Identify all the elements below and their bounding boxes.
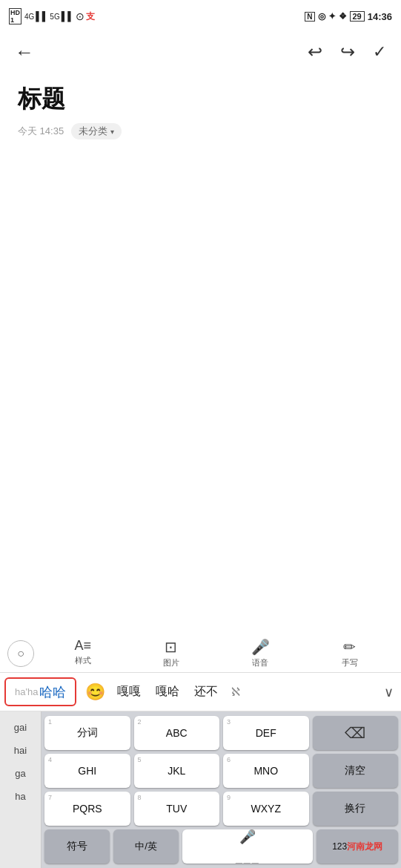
key-2-num: 2	[138, 718, 142, 726]
key-wxyz-label: WXYZ	[251, 803, 281, 815]
emoji-icon: 😊	[85, 683, 105, 702]
candidate-1[interactable]: 嘎嘎	[110, 684, 148, 700]
key-9-num: 9	[227, 794, 231, 801]
redo-button[interactable]: ↪	[340, 42, 355, 62]
nfc-icon: N	[305, 12, 314, 22]
key-wxyz[interactable]: 9 WXYZ	[223, 792, 309, 826]
note-title[interactable]: 标题	[18, 83, 383, 116]
category-label: 未分类	[79, 125, 107, 138]
pinyin-ga[interactable]: ga	[0, 762, 41, 785]
lang-label: 中/英	[135, 840, 157, 853]
key-lang-switch[interactable]: 中/英	[113, 829, 179, 864]
back-button[interactable]: ←	[15, 41, 34, 64]
keyboard-row-4: 符号 中/英 🎤 ___ 123河南龙网	[44, 829, 398, 864]
signal-5g: 5G	[50, 13, 59, 21]
key-8-num: 8	[138, 794, 142, 801]
nav-actions: ↩ ↪ ✓	[308, 42, 386, 62]
image-button[interactable]: ⊡ 图片	[157, 637, 185, 670]
highlighted-candidate[interactable]: ha'ha 哈哈	[4, 677, 76, 706]
bluetooth-icon: ✦	[328, 11, 336, 22]
style-label: 样式	[75, 655, 91, 666]
keys-area: 1 分词 2 ABC 3 DEF ⌫ 4 GHI	[42, 711, 401, 868]
key-3-num: 3	[227, 718, 231, 726]
ime-toolbar: A≡ 样式 ⊡ 图片 🎤 语音 ✏ 手写	[39, 637, 394, 670]
wifi-icon: ⊙	[76, 10, 84, 22]
key-abc[interactable]: 2 ABC	[134, 716, 220, 750]
note-meta: 今天 14:35 未分类 ▾	[18, 123, 383, 139]
keyboard-row-1: 1 分词 2 ABC 3 DEF ⌫	[44, 716, 398, 750]
emoji-button[interactable]: 😊	[81, 673, 110, 711]
key-def[interactable]: 3 DEF	[223, 716, 309, 750]
ime-toolbar-bar: ○ A≡ 样式 ⊡ 图片 🎤 语音 ✏ 手写	[0, 634, 401, 673]
undo-button[interactable]: ↩	[308, 42, 322, 62]
key-jkl[interactable]: 5 JKL	[134, 754, 220, 788]
key-7-num: 7	[48, 794, 52, 801]
num123-label: 123河南龙网	[332, 841, 382, 853]
confirm-button[interactable]: ✓	[373, 42, 386, 62]
key-space[interactable]: 🎤 ___	[182, 829, 313, 864]
vibrate-icon: ❖	[339, 11, 347, 22]
note-body[interactable]	[18, 139, 383, 496]
key-abc-label: ABC	[166, 727, 188, 739]
key-fenchi[interactable]: 1 分词	[44, 716, 130, 750]
key-pqrs-label: PQRS	[73, 803, 102, 815]
key-delete[interactable]: ⌫	[313, 716, 399, 750]
key-tuv[interactable]: 8 TUV	[134, 792, 220, 826]
key-jkl-label: JKL	[168, 765, 185, 777]
ime-suggestion-bar: ha'ha 哈哈 😊 嘎嘎 嘎哈 还不 ℵ ∨	[0, 673, 401, 711]
candidate-2[interactable]: 嘎哈	[148, 684, 187, 700]
key-def-label: DEF	[256, 727, 276, 739]
status-left: HD1 4G ▌▌ 5G ▌▌ ⊙ 支	[9, 8, 95, 24]
key-ghi-label: GHI	[78, 765, 96, 777]
time-display: 14:36	[368, 11, 392, 22]
key-tuv-label: TUV	[166, 803, 187, 815]
top-nav: ← ↩ ↪ ✓	[0, 33, 401, 71]
status-right: N ◎ ✦ ❖ 29 14:36	[305, 11, 392, 22]
mic-key-icon: 🎤	[239, 829, 256, 845]
hd1-icon: HD1	[9, 8, 21, 24]
mic-icon: 🎤	[251, 638, 270, 656]
image-label: 图片	[163, 657, 179, 668]
key-ghi[interactable]: 4 GHI	[44, 754, 130, 788]
candidate-4[interactable]: ℵ	[225, 685, 246, 699]
handwrite-button[interactable]: ✏ 手写	[336, 637, 364, 670]
status-bar: HD1 4G ▌▌ 5G ▌▌ ⊙ 支 N ◎ ✦ ❖ 29 14:36	[0, 0, 401, 33]
key-enter[interactable]: 换行	[313, 792, 399, 826]
expand-icon: ∨	[384, 684, 394, 700]
highlighted-candidate-text: 哈哈	[39, 683, 66, 701]
alarm-icon: ◎	[318, 11, 325, 22]
category-arrow-icon: ▾	[110, 128, 114, 136]
expand-candidates-button[interactable]: ∨	[377, 673, 401, 711]
note-date: 今天 14:35	[18, 125, 64, 138]
key-4-num: 4	[48, 756, 52, 763]
key-clear[interactable]: 清空	[313, 754, 399, 788]
delete-icon: ⌫	[345, 724, 365, 742]
signal-bars-2: ▌▌	[62, 11, 74, 22]
pay-icon: 支	[86, 10, 95, 23]
note-category-button[interactable]: 未分类 ▾	[71, 123, 122, 139]
key-mno-label: MNO	[253, 765, 278, 777]
key-mno[interactable]: 6 MNO	[223, 754, 309, 788]
style-icon: A≡	[74, 638, 91, 654]
ime-circle-button[interactable]: ○	[7, 640, 34, 667]
pinyin-ha[interactable]: ha	[0, 785, 41, 808]
style-button[interactable]: A≡ 样式	[68, 637, 97, 670]
signal-bars-1: ▌▌	[36, 11, 48, 22]
key-pqrs[interactable]: 7 PQRS	[44, 792, 130, 826]
pinyin-hai[interactable]: hai	[0, 739, 41, 762]
keyboard-container: ○ A≡ 样式 ⊡ 图片 🎤 语音 ✏ 手写 ha'ha 哈哈	[0, 634, 401, 868]
key-symbol[interactable]: 符号	[44, 829, 110, 864]
pinyin-sidebar: gai hai ga ha	[0, 711, 42, 868]
space-underline: ___	[236, 851, 260, 864]
symbol-label: 符号	[67, 840, 87, 853]
candidate-3[interactable]: 还不	[187, 684, 225, 700]
candidates-list: 嘎嘎 嘎哈 还不 ℵ	[110, 673, 377, 711]
key-123[interactable]: 123河南龙网	[317, 829, 398, 864]
image-icon: ⊡	[165, 638, 177, 656]
keyboard-row-3: 7 PQRS 8 TUV 9 WXYZ 换行	[44, 792, 398, 826]
key-6-num: 6	[227, 756, 231, 763]
clear-label: 清空	[345, 764, 365, 777]
enter-label: 换行	[345, 802, 365, 815]
pinyin-gai[interactable]: gai	[0, 716, 41, 739]
voice-button[interactable]: 🎤 语音	[245, 637, 276, 670]
